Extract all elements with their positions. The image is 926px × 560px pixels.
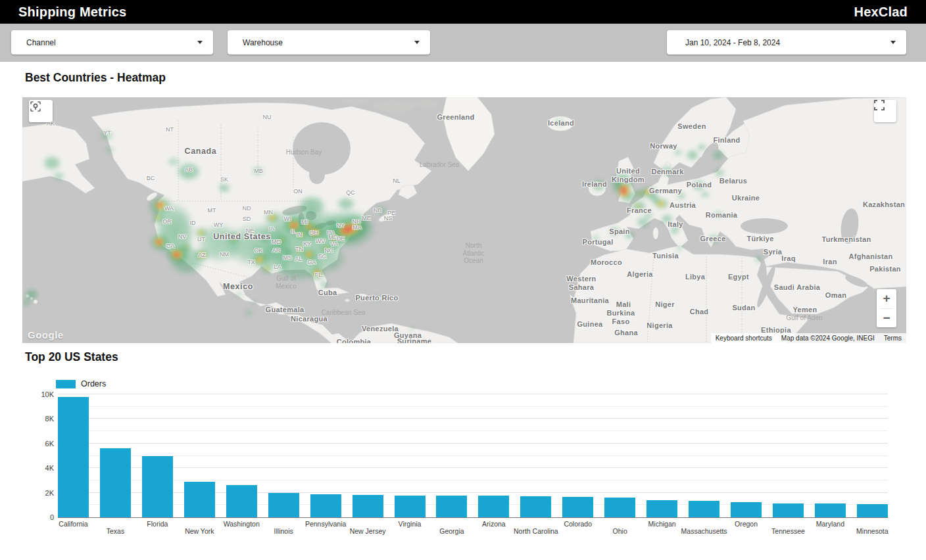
map-label: SK <box>220 176 228 183</box>
map-label: KY <box>303 241 311 247</box>
map-label: YT <box>103 129 111 136</box>
bar[interactable] <box>58 397 89 517</box>
bar[interactable] <box>646 500 677 517</box>
map-label: AZ <box>198 252 206 258</box>
bar-pennsylvania[interactable]: Pennsylvania <box>310 394 341 517</box>
x-tick-label: Maryland <box>816 520 844 528</box>
map-label: GA <box>307 259 316 266</box>
warehouse-dropdown[interactable]: Warehouse <box>228 30 430 55</box>
bar[interactable] <box>478 496 509 517</box>
bar-massachusetts[interactable]: Massachusetts <box>689 394 719 517</box>
bar-michigan[interactable]: Michigan <box>646 394 677 517</box>
bar-colorado[interactable]: Colorado <box>562 394 593 517</box>
bar[interactable] <box>395 496 426 517</box>
zoom-out-button[interactable]: − <box>877 309 896 328</box>
x-tick-label: Virginia <box>399 520 422 528</box>
map-label: Pakistan <box>869 265 901 273</box>
map-label: Austria <box>670 201 696 210</box>
map-label: WV <box>316 238 326 245</box>
bar[interactable] <box>226 485 257 517</box>
bar-georgia[interactable]: Georgia <box>436 394 467 517</box>
x-tick-label: Ohio <box>613 527 627 535</box>
locate-button[interactable] <box>29 100 53 122</box>
bar-ohio[interactable]: Ohio <box>604 394 635 517</box>
map-label: AB <box>185 166 193 173</box>
zoom-in-button[interactable]: + <box>877 289 896 308</box>
bar-maryland[interactable]: Maryland <box>815 394 846 517</box>
bar[interactable] <box>142 456 173 518</box>
map-label: Tunisia <box>652 252 679 260</box>
map-label: NH <box>353 218 361 225</box>
bar-oregon[interactable]: Oregon <box>731 394 762 517</box>
map-label: NB <box>374 207 382 214</box>
bar-virginia[interactable]: Virginia <box>395 394 426 517</box>
bar-north-carolina[interactable]: North Carolina <box>520 394 551 517</box>
map-attribution: Keyboard shortcuts Map data ©2024 Google… <box>711 333 906 343</box>
map-label: Iraq <box>781 254 795 263</box>
map-label: NM <box>220 251 229 258</box>
bar-florida[interactable]: Florida <box>142 394 173 517</box>
bar[interactable] <box>184 482 215 517</box>
bar-new-york[interactable]: New York <box>184 394 215 517</box>
brand-logo: HexClad <box>854 5 908 20</box>
map-label: WI <box>284 216 291 222</box>
keyboard-shortcuts-link[interactable]: Keyboard shortcuts <box>711 333 777 343</box>
x-tick-label: Oregon <box>735 520 758 528</box>
bar[interactable] <box>815 503 846 517</box>
bar[interactable] <box>731 502 762 517</box>
map-label: United States <box>213 232 271 241</box>
map-label: Hudson Bay <box>286 149 322 156</box>
terms-link[interactable]: Terms <box>879 333 906 343</box>
bar-illinois[interactable]: Illinois <box>268 394 299 517</box>
map-label: WY <box>214 222 224 228</box>
date-range-dropdown[interactable]: Jan 10, 2024 - Feb 8, 2024 <box>667 30 906 55</box>
x-tick-label: New York <box>185 527 214 535</box>
locate-icon <box>29 100 42 113</box>
map-label: MN <box>264 209 273 216</box>
map-label: MB <box>254 168 263 174</box>
x-tick-label: Colorado <box>564 520 592 528</box>
bar[interactable] <box>100 448 131 517</box>
fullscreen-button[interactable] <box>874 100 896 122</box>
warehouse-dropdown-label: Warehouse <box>243 38 283 47</box>
map-label: Venezuela <box>362 325 399 333</box>
bar[interactable] <box>604 498 635 517</box>
map-label: OR <box>162 218 172 225</box>
bar[interactable] <box>520 496 551 517</box>
map-label: ME <box>362 215 371 222</box>
bar[interactable] <box>773 503 804 517</box>
bar-washington[interactable]: Washington <box>226 394 257 517</box>
y-tick-label: 4K <box>45 464 54 472</box>
bar[interactable] <box>436 496 467 517</box>
bar-texas[interactable]: Texas <box>100 394 131 517</box>
bar[interactable] <box>562 497 593 517</box>
map-label: France <box>627 206 652 215</box>
map-label: Niger <box>655 300 675 309</box>
map-label: OH <box>309 229 318 236</box>
map-label: NV <box>178 233 187 240</box>
y-tick-label: 6K <box>45 440 54 448</box>
bar[interactable] <box>689 501 719 517</box>
map-label: Chad <box>690 308 709 316</box>
world-heatmap[interactable]: CanadaUnited StatesMexicoGreenlandIcelan… <box>22 97 906 343</box>
bar-tennessee[interactable]: Tennessee <box>773 394 804 517</box>
bar-arizona[interactable]: Arizona <box>478 394 509 517</box>
map-label: Germany <box>649 187 682 195</box>
map-label: Oman <box>825 291 846 300</box>
bar[interactable] <box>353 495 383 517</box>
chart-section-title: Top 20 US States <box>25 350 118 364</box>
map-label: AL <box>295 256 302 262</box>
page-title: Shipping Metrics <box>18 5 126 20</box>
map-label: NE <box>246 227 255 234</box>
map-label: Nigeria <box>646 321 672 330</box>
chart-legend: Orders <box>56 379 106 388</box>
bar-california[interactable]: California <box>58 394 89 517</box>
channel-dropdown[interactable]: Channel <box>11 30 213 55</box>
bar-minnesota[interactable]: Minnesota <box>857 394 888 517</box>
map-label: BC <box>147 175 155 181</box>
bar[interactable] <box>310 494 341 517</box>
bar[interactable] <box>268 493 299 517</box>
bar-new-jersey[interactable]: New Jersey <box>353 394 383 517</box>
map-label: Sweden <box>677 122 706 131</box>
bar[interactable] <box>857 504 888 517</box>
